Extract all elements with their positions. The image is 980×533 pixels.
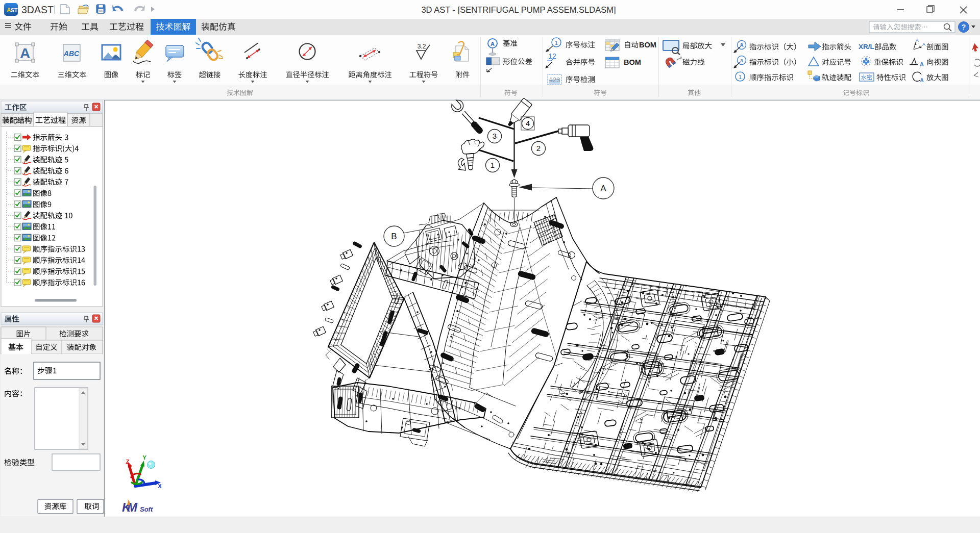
svg-text:a: a [740,57,744,63]
svg-text:A: A [491,41,495,47]
svg-text:Y: Y [142,454,146,461]
svg-text:A: A [920,61,924,67]
svg-text:4: 4 [526,119,530,128]
svg-text:X: X [158,483,162,489]
svg-text:3: 3 [493,132,497,140]
svg-text:1: 1 [555,40,558,46]
svg-text:ABC: ABC [63,49,80,58]
svg-text:Soft: Soft [140,505,153,513]
svg-text:BOM: BOM [624,58,641,66]
svg-text:A: A [916,38,919,43]
svg-text:2: 2 [536,144,541,153]
svg-text:1: 1 [491,161,495,169]
svg-text:?: ? [962,23,966,31]
svg-text:3D AST - [SENTRIFUGAL PUMP ASS: 3D AST - [SENTRIFUGAL PUMP ASSEM.SLDASM] [421,5,616,14]
svg-text:3.2: 3.2 [418,43,426,50]
svg-text:3DAST: 3DAST [21,4,54,15]
svg-text:A: A [600,184,606,193]
svg-text:A: A [922,42,925,47]
svg-text:B: B [391,232,397,241]
svg-text:ST: ST [11,7,18,13]
svg-text:A: A [740,42,743,48]
svg-text:Z: Z [126,459,129,465]
svg-text:XR/L: XR/L [859,43,874,50]
svg-text:BOM: BOM [639,41,656,49]
svg-text:A: A [920,78,923,83]
svg-text:A: A [20,45,30,61]
svg-text:12: 12 [548,52,556,60]
svg-text:1: 1 [739,74,742,80]
